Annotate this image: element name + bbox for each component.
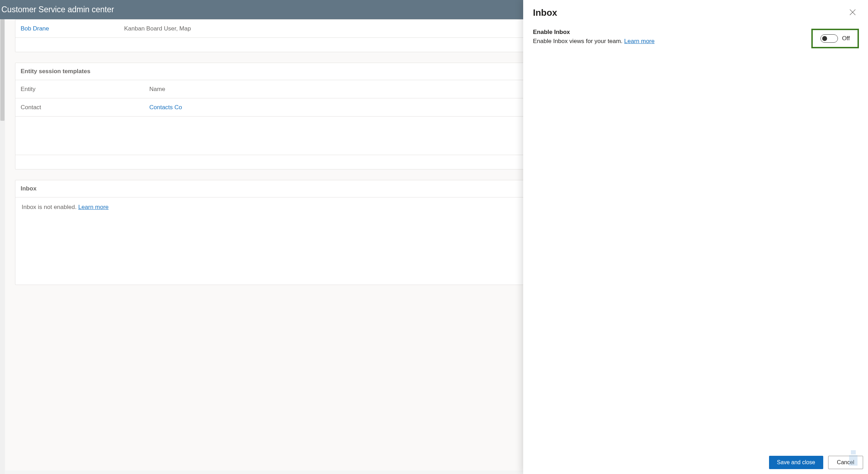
cancel-button[interactable]: Cancel <box>828 456 863 469</box>
save-and-close-button[interactable]: Save and close <box>769 456 823 469</box>
close-icon <box>849 9 856 16</box>
enable-inbox-description: Enable Inbox views for your team. Learn … <box>533 38 655 45</box>
column-header-entity: Entity <box>21 86 149 93</box>
user-role-text: Kanban Board User, Map <box>124 25 191 32</box>
inbox-status-label: Inbox is not enabled. <box>22 204 78 210</box>
panel-content: Enable Inbox Enable Inbox views for your… <box>523 22 868 451</box>
learn-more-link[interactable]: Learn more <box>78 204 109 210</box>
enable-inbox-label: Enable Inbox <box>533 29 655 36</box>
panel-footer: Save and close Cancel <box>523 451 868 474</box>
cell-entity: Contact <box>21 104 149 111</box>
cell-template-link[interactable]: Contacts Co <box>149 104 182 111</box>
panel-header: Inbox <box>523 0 868 22</box>
panel-title: Inbox <box>533 7 557 18</box>
inbox-side-panel: Inbox Enable Inbox Enable Inbox views fo… <box>523 0 868 474</box>
close-button[interactable] <box>847 7 858 18</box>
column-header-name: Name <box>149 86 165 93</box>
user-name-link[interactable]: Bob Drane <box>21 25 124 32</box>
learn-more-link[interactable]: Learn more <box>624 38 655 44</box>
scrollbar-thumb[interactable] <box>0 19 5 121</box>
enable-inbox-setting-row: Enable Inbox Enable Inbox views for your… <box>533 29 858 48</box>
scrollbar-track[interactable] <box>0 19 5 474</box>
enable-inbox-toggle[interactable] <box>820 34 838 43</box>
toggle-state-label: Off <box>842 35 850 42</box>
app-title: Customer Service admin center <box>1 5 114 14</box>
enable-inbox-toggle-highlight: Off <box>811 29 859 48</box>
description-text: Enable Inbox views for your team. <box>533 38 624 44</box>
setting-text: Enable Inbox Enable Inbox views for your… <box>533 29 655 45</box>
